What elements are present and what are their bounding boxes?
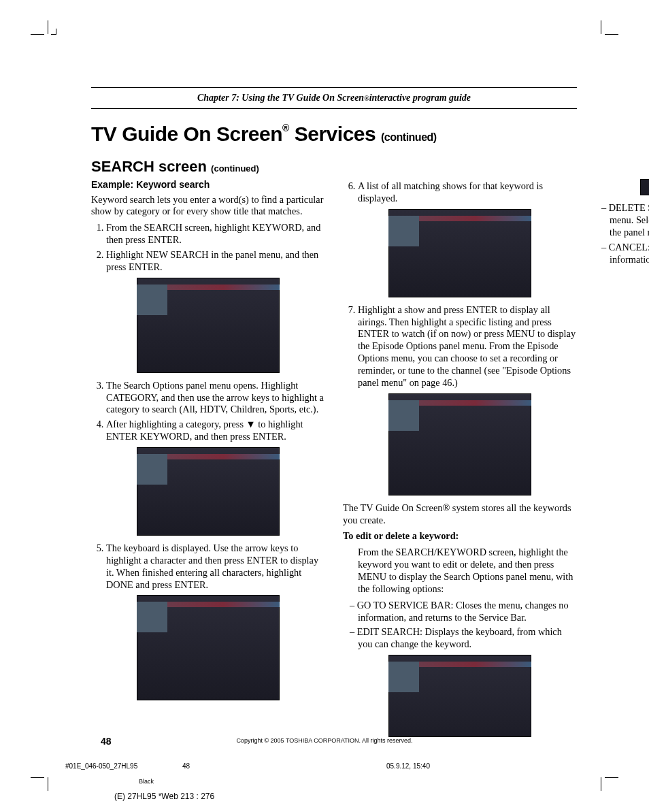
edit-delete-bold: To edit or delete a keyword: <box>343 530 459 541</box>
store-note: The TV Guide On Screen® system stores al… <box>343 502 577 527</box>
steps-list-2: The Search Options panel menu opens. Hig… <box>91 380 325 443</box>
step-6: A list of all matching shows for that ke… <box>358 180 577 205</box>
steps-list-3: The keyboard is displayed. Use the arrow… <box>91 542 325 591</box>
intro-paragraph: Keyword search lets you enter a word(s) … <box>91 194 325 218</box>
screenshot-search-options <box>137 447 280 536</box>
options-list-1: GO TO SERVICE BAR: Closes the menu, chan… <box>343 600 577 651</box>
step-4a: After highlighting a category, press <box>106 419 246 429</box>
option-delete-search: DELETE SEARCH: Displays the Confirmation… <box>610 202 649 239</box>
steps-list-5: Highlight a show and press ENTER to disp… <box>343 304 577 389</box>
steps-list-4: A list of all matching shows for that ke… <box>343 180 577 205</box>
title-part1: TV Guide On Screen <box>91 123 282 145</box>
job-code: #01E_046-050_27HL95 <box>65 762 137 770</box>
example-heading: Example: Keyword search <box>91 179 325 191</box>
step-2: Highlight NEW SEARCH in the panel menu, … <box>106 249 325 274</box>
subtitle-continued: (continued) <box>211 163 259 174</box>
steps-list-1: From the SEARCH screen, highlight KEYWOR… <box>91 222 325 273</box>
registered-mark: ® <box>364 95 369 102</box>
step-1: From the SEARCH screen, highlight KEYWOR… <box>106 222 325 246</box>
step-4: After highlighting a category, press ▼ t… <box>106 419 325 443</box>
subtitle-main: SEARCH screen <box>91 158 211 175</box>
content-columns: Example: Keyword search Keyword search l… <box>91 179 577 737</box>
step-7: Highlight a show and press ENTER to disp… <box>358 304 577 389</box>
web-ref: (E) 27HL95 *Web 213 : 276 <box>114 792 214 801</box>
screenshot-keyboard <box>137 595 280 700</box>
option-edit-search: EDIT SEARCH: Displays the keyboard, from… <box>358 626 577 651</box>
title-continued: (continued) <box>381 131 437 143</box>
section-title: SEARCH screen (continued) <box>91 158 259 176</box>
edit-delete-body: From the SEARCH/KEYWORD screen, highligh… <box>343 547 577 595</box>
options-list-2: DELETE SEARCH: Displays the Confirmation… <box>595 202 649 265</box>
color-plate: Black <box>139 778 154 785</box>
chapter-text-suffix: interactive program guide <box>369 93 471 103</box>
chapter-text-prefix: Chapter 7: Using the TV Guide On Screen <box>197 93 364 103</box>
screenshot-new-search <box>137 278 280 373</box>
copyright: Copyright © 2005 TOSHIBA CORPORATION. Al… <box>0 737 649 744</box>
down-arrow-icon: ▼ <box>246 419 256 429</box>
screenshot-episode-options <box>388 393 531 496</box>
option-goto-service-bar: GO TO SERVICE BAR: Closes the menu, chan… <box>358 600 577 624</box>
step-5: The keyboard is displayed. Use the arrow… <box>106 542 325 591</box>
registered-mark: ® <box>282 123 289 133</box>
job-page: 48 <box>182 762 190 770</box>
job-timestamp: 05.9.12, 15:40 <box>386 762 430 770</box>
option-cancel: CANCEL: Closes the panel menu, changes n… <box>610 242 649 266</box>
edit-delete-heading: To edit or delete a keyword: <box>343 530 577 542</box>
chapter-header: Chapter 7: Using the TV Guide On Screen®… <box>91 87 577 109</box>
page-title: TV Guide On Screen® Services (continued) <box>91 123 437 146</box>
step-3: The Search Options panel menu opens. Hig… <box>106 380 325 417</box>
screenshot-results <box>388 209 531 297</box>
title-part2: Services <box>289 123 381 145</box>
